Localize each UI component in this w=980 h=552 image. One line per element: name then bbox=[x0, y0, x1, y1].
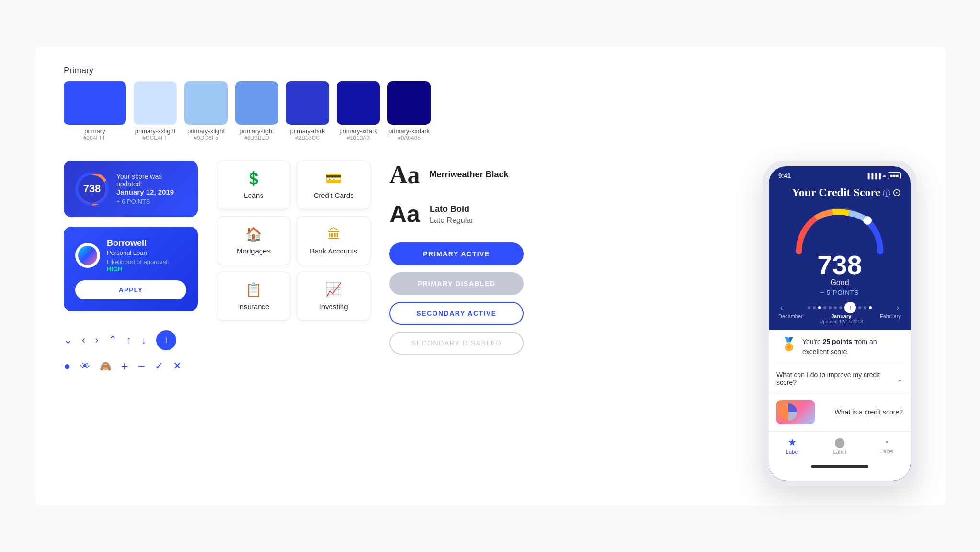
eye-off-icon[interactable]: 🙈 bbox=[100, 361, 112, 371]
swatch-name-dark: primary-dark bbox=[290, 127, 325, 135]
mortgages-icon: 🏠 bbox=[245, 226, 262, 242]
score-info: Your score was updated January 12, 2019 … bbox=[116, 172, 186, 205]
status-icons: ▐▐▐▐ ≈ ■■■ bbox=[866, 172, 901, 179]
typography-section: Aa Merriweather Black Aa Lato Bold Lato … bbox=[389, 161, 524, 355]
faq-text-2: What is a credit score? bbox=[835, 408, 903, 416]
swatch-xdark bbox=[337, 81, 380, 125]
timeline-next-button[interactable]: › bbox=[897, 303, 899, 312]
merriweather-name: Merriweather Black bbox=[430, 170, 509, 180]
faq-item-2[interactable]: What is a credit score? bbox=[769, 393, 911, 431]
insight-card: 🏅 You're 25 points from an excellent sco… bbox=[775, 330, 905, 364]
nav-label-3: Label bbox=[880, 448, 893, 454]
timeline-dot-8 bbox=[858, 306, 861, 309]
swatches-row: primary #304FFF primary-xxlight #CCE4FF … bbox=[64, 81, 916, 141]
score-number-small: 738 bbox=[78, 175, 106, 203]
nav-item-star[interactable]: ★ Label bbox=[786, 437, 799, 455]
mortgages-label: Mortgages bbox=[237, 247, 271, 255]
icon-card-loans[interactable]: 💲 Loans bbox=[217, 161, 290, 209]
swatch-hex-dark: #2B38CC bbox=[295, 135, 320, 141]
loan-card: Borrowell Personal Loan Likelihood of ap… bbox=[64, 227, 198, 311]
secondary-active-button[interactable]: SECONDARY ACTIVE bbox=[389, 302, 524, 325]
nav-icon-2: ⬤ bbox=[834, 437, 845, 448]
loan-info: Borrowell Personal Loan Likelihood of ap… bbox=[107, 238, 186, 273]
lato-bold-name: Lato Bold bbox=[430, 204, 474, 214]
swatch-xlight bbox=[184, 81, 228, 125]
nav-label-1: Label bbox=[786, 449, 799, 455]
timeline-current-indicator bbox=[844, 302, 856, 313]
loan-likelihood: Likelihood of approval: HIGH bbox=[107, 258, 186, 273]
content-grid: 738 Your score was updated January 12, 2… bbox=[64, 161, 916, 486]
insurance-icon: 📋 bbox=[245, 282, 262, 298]
nav-item-3[interactable]: ▪ Label bbox=[880, 437, 893, 455]
primary-disabled-button: PRIMARY DISABLED bbox=[389, 272, 524, 295]
icons-row-container: ⌄ ‹ › ⌃ ↑ ↓ i ● 👁 🙈 + − ✓ ✕ bbox=[64, 330, 198, 372]
nav-item-2[interactable]: ⬤ Label bbox=[833, 437, 846, 455]
type-info-merriweather: Merriweather Black bbox=[430, 170, 509, 180]
phone-user-icon[interactable]: ⊙ bbox=[892, 186, 901, 199]
swatch-primary bbox=[64, 81, 126, 125]
investing-label: Investing bbox=[319, 302, 348, 310]
credit-gauge-svg bbox=[792, 204, 888, 256]
swatch-name-light: primary-light bbox=[239, 127, 274, 135]
swatch-light bbox=[235, 81, 278, 125]
minus-icon[interactable]: − bbox=[138, 360, 145, 372]
buttons-section: PRIMARY ACTIVE PRIMARY DISABLED SECONDAR… bbox=[389, 242, 524, 355]
swatch-hex-primary: #304FFF bbox=[83, 135, 107, 141]
phone-info-icon[interactable]: ⓘ bbox=[883, 189, 890, 197]
phone-score-number: 738 bbox=[817, 252, 862, 278]
credit-cards-label: Credit Cards bbox=[313, 191, 353, 199]
chevron-down-icon[interactable]: ⌄ bbox=[64, 335, 72, 345]
gauge-container: 738 Good + 5 POINTS bbox=[769, 199, 911, 296]
palette-title: Primary bbox=[64, 66, 916, 76]
icon-row-2: ● 👁 🙈 + − ✓ ✕ bbox=[64, 360, 198, 372]
close-icon[interactable]: ✕ bbox=[173, 361, 182, 371]
loan-logo-graphic bbox=[78, 246, 97, 265]
icon-card-mortgages[interactable]: 🏠 Mortgages bbox=[217, 216, 290, 265]
swatch-item-light: primary-light #6B9BED bbox=[235, 81, 278, 141]
loan-card-header: Borrowell Personal Loan Likelihood of ap… bbox=[75, 238, 186, 273]
faq-item-1[interactable]: What can I do to improve my credit score… bbox=[769, 364, 911, 393]
swatch-name-xlight: primary-xlight bbox=[187, 127, 225, 135]
chevron-up-icon[interactable]: ⌃ bbox=[108, 335, 117, 345]
user-icon[interactable]: ● bbox=[64, 360, 71, 372]
swatch-hex-xxlight: #CCE4FF bbox=[142, 135, 168, 141]
timeline-section: ‹ bbox=[769, 296, 911, 330]
swatch-item-xdark: primary-xdark #1013A3 bbox=[337, 81, 380, 141]
chevron-right-icon[interactable]: › bbox=[95, 335, 98, 345]
swatch-item-xxlight: primary-xxlight #CCE4FF bbox=[134, 81, 177, 141]
timeline-prev-button[interactable]: ‹ bbox=[780, 303, 783, 312]
status-bar: 9:41 ▐▐▐▐ ≈ ■■■ bbox=[769, 166, 911, 182]
bank-accounts-label: Bank Accounts bbox=[310, 247, 357, 255]
timeline-dot-4 bbox=[823, 306, 826, 309]
primary-active-button[interactable]: PRIMARY ACTIVE bbox=[389, 242, 524, 265]
arrow-down-icon[interactable]: ↓ bbox=[141, 335, 147, 345]
timeline-dot-5 bbox=[829, 306, 832, 309]
swatch-name-xxdark: primary-xxdark bbox=[388, 127, 430, 135]
icon-card-credit-cards[interactable]: 💳 Credit Cards bbox=[297, 161, 370, 209]
chevron-left-icon[interactable]: ‹ bbox=[82, 335, 85, 345]
score-card: 738 Your score was updated January 12, 2… bbox=[64, 161, 198, 217]
info-circle-icon[interactable]: i bbox=[156, 330, 176, 350]
loan-type: Personal Loan bbox=[107, 249, 186, 256]
svg-point-2 bbox=[864, 217, 871, 224]
swatch-dark bbox=[286, 81, 329, 125]
swatch-name-xdark: primary-xdark bbox=[339, 127, 377, 135]
left-column: 738 Your score was updated January 12, 2… bbox=[64, 161, 198, 372]
timeline-dot-6 bbox=[834, 306, 837, 309]
icon-row-1: ⌄ ‹ › ⌃ ↑ ↓ i bbox=[64, 330, 198, 350]
eye-icon[interactable]: 👁 bbox=[80, 361, 90, 371]
nav-label-2: Label bbox=[833, 449, 846, 455]
arrow-up-icon[interactable]: ↑ bbox=[126, 335, 132, 345]
pie-svg bbox=[776, 400, 815, 424]
timeline-january: January Updated 12/14/2018 bbox=[820, 313, 863, 324]
plus-icon[interactable]: + bbox=[121, 360, 128, 372]
insurance-label: Insurance bbox=[238, 302, 270, 310]
apply-button[interactable]: APPLY bbox=[75, 280, 186, 299]
phone-score-rating: Good bbox=[830, 278, 849, 287]
icon-card-insurance[interactable]: 📋 Insurance bbox=[217, 272, 290, 321]
credit-cards-icon: 💳 bbox=[325, 171, 342, 186]
icon-card-bank-accounts[interactable]: 🏛 Bank Accounts bbox=[297, 216, 370, 265]
check-icon[interactable]: ✓ bbox=[155, 361, 163, 371]
swatch-item-xlight: primary-xlight #9DC6F5 bbox=[184, 81, 228, 141]
icon-card-investing[interactable]: 📈 Investing bbox=[297, 272, 370, 321]
